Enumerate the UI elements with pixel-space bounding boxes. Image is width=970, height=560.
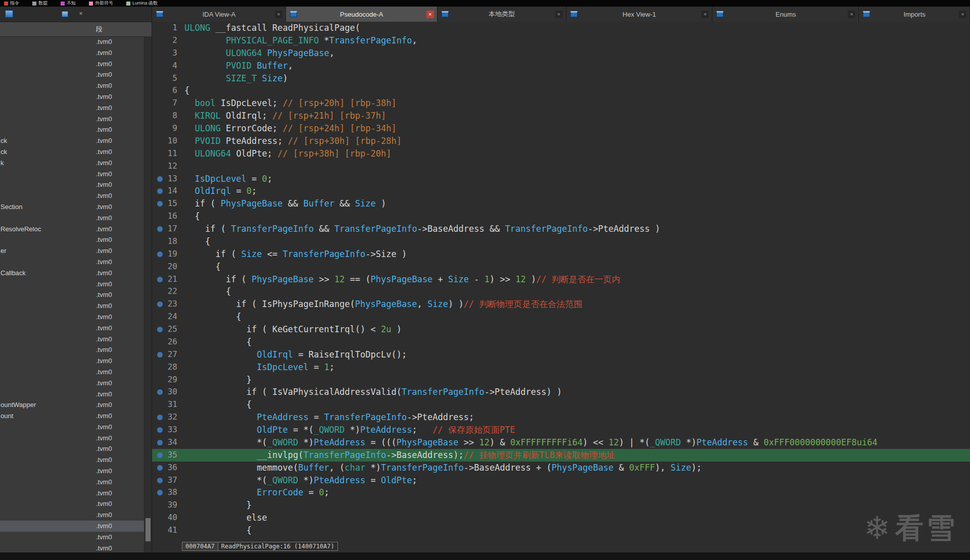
tab-本地类型[interactable]: 本地类型× xyxy=(438,7,566,22)
function-row[interactable]: .tvm0 xyxy=(0,532,144,543)
code-line[interactable]: 2 PHYSICAL_PAGE_INFO *TransferPageInfo, xyxy=(152,34,970,47)
tab-Hex View-1[interactable]: Hex View-1× xyxy=(566,7,713,22)
tab-close-icon[interactable]: × xyxy=(275,11,282,18)
tab-close-icon[interactable]: × xyxy=(959,11,966,18)
function-row[interactable]: .tvm0 xyxy=(0,124,144,135)
code-line[interactable]: 3 ULONG64 PhysPageBase, xyxy=(152,47,970,60)
code-line[interactable]: 12 xyxy=(152,160,970,173)
code-line[interactable]: 20 { xyxy=(152,261,970,273)
function-row[interactable]: .tvm0 xyxy=(0,169,144,180)
function-row[interactable]: .tvm0 xyxy=(0,498,144,510)
pseudocode-view[interactable]: 1ULONG __fastcall ReadPhysicalPage(2 PHY… xyxy=(152,22,970,552)
code-line[interactable]: 27 OldIrql = RaiseIrqlToDpcLv(); xyxy=(152,348,970,361)
function-row[interactable]: k.tvm0 xyxy=(0,158,144,169)
function-row[interactable]: er.tvm0 xyxy=(0,245,144,257)
function-row[interactable]: .tvm0 xyxy=(0,443,144,454)
code-line[interactable]: 9 ULONG ErrorCode; // [rsp+24h] [rbp-34h… xyxy=(152,122,970,135)
code-line[interactable]: 25 if ( KeGetCurrentIrql() < 2u ) xyxy=(152,323,970,336)
function-row[interactable]: .tvm0 xyxy=(0,355,144,367)
code-line[interactable]: 34 *(_QWORD *)PteAddress = (((PhysPageBa… xyxy=(152,436,970,449)
code-line[interactable]: 39 } xyxy=(152,499,970,512)
code-line[interactable]: 4 PVOID Buffer, xyxy=(152,60,970,72)
function-row[interactable]: Callback.tvm0 xyxy=(0,268,144,279)
code-line[interactable]: 16 { xyxy=(152,210,970,223)
function-row[interactable]: .tvm0 xyxy=(0,300,144,312)
code-line[interactable]: 26 { xyxy=(152,336,970,348)
tab-Enums[interactable]: Enums× xyxy=(712,7,859,22)
function-row[interactable]: .tvm0 xyxy=(0,510,144,521)
function-row[interactable]: .tvm0 xyxy=(0,389,144,400)
function-row[interactable]: .tvm0 xyxy=(0,477,144,488)
function-row[interactable]: .tvm0 xyxy=(0,234,144,245)
function-row[interactable]: ResolveReloc.tvm0 xyxy=(0,224,144,235)
scrollbar-thumb[interactable] xyxy=(146,518,151,541)
tab-close-icon[interactable]: × xyxy=(426,11,434,18)
function-row[interactable]: .tvm0 xyxy=(0,488,144,499)
code-line[interactable]: 13 IsDpcLevel = 0; xyxy=(152,173,970,185)
function-row[interactable]: .tvm0 xyxy=(0,114,144,125)
code-line[interactable]: 5 SIZE_T Size) xyxy=(152,72,970,85)
function-row[interactable]: ount.tvm0 xyxy=(0,411,144,422)
tab-Imports[interactable]: Imports× xyxy=(859,7,970,22)
function-row[interactable]: .tvm0 xyxy=(0,466,144,477)
code-line[interactable]: 11 ULONG64 OldPte; // [rsp+38h] [rbp-20h… xyxy=(152,147,970,160)
code-line[interactable]: 8 KIRQL OldIrql; // [rsp+21h] [rbp-37h] xyxy=(152,110,970,122)
code-line[interactable]: 36 memmove(Buffer, (char *)TransferPageI… xyxy=(152,462,970,474)
function-row[interactable]: .tvm0 xyxy=(0,323,144,334)
function-row[interactable]: .tvm0 xyxy=(0,190,144,201)
code-line[interactable]: 15 if ( PhysPageBase && Buffer && Size ) xyxy=(152,197,970,210)
function-row[interactable]: .tvm0 xyxy=(0,103,144,114)
code-line[interactable]: 24 { xyxy=(152,311,970,323)
code-line[interactable]: 37 *(_QWORD *)PteAddress = OldPte; xyxy=(152,474,970,487)
code-line[interactable]: 41 { xyxy=(152,524,970,537)
function-row[interactable]: .tvm0 xyxy=(0,80,144,91)
code-line[interactable]: 10 PVOID PteAddress; // [rsp+30h] [rbp-2… xyxy=(152,135,970,147)
code-line[interactable]: 32 PteAddress = TransferPageInfo->PteAdd… xyxy=(152,411,970,424)
function-row[interactable]: ck.tvm0 xyxy=(0,135,144,146)
function-row[interactable]: .tvm0 xyxy=(0,367,144,378)
panel-close-icon[interactable]: × xyxy=(77,10,85,18)
function-row[interactable]: ck.tvm0 xyxy=(0,146,144,158)
code-line[interactable]: 14 OldIrql = 0; xyxy=(152,185,970,197)
function-row[interactable]: .tvm0 xyxy=(0,344,144,355)
code-line[interactable]: 29 } xyxy=(152,374,970,386)
function-row[interactable]: .tvm0 xyxy=(0,69,144,80)
code-line[interactable]: 23 if ( IsPhysPageInRange(PhysPageBase, … xyxy=(152,298,970,311)
function-row[interactable]: .tvm0 xyxy=(0,543,144,552)
code-line[interactable]: 28 IsDpcLevel = 1; xyxy=(152,361,970,374)
function-row[interactable]: .tvm0 xyxy=(0,422,144,433)
code-line[interactable]: 21 if ( PhysPageBase >> 12 == (PhysPageB… xyxy=(152,273,970,286)
function-row[interactable]: .tvm0 xyxy=(0,47,144,59)
code-line[interactable]: 38 ErrorCode = 0; xyxy=(152,486,970,499)
code-line[interactable]: 30 if ( IsVaPhysicalAddressValid(Transfe… xyxy=(152,386,970,398)
function-row[interactable]: .tvm0 xyxy=(0,257,144,268)
code-line[interactable]: 17 if ( TransferPageInfo && TransferPage… xyxy=(152,223,970,235)
code-line[interactable]: 33 OldPte = *(_QWORD *)PteAddress; // 保存… xyxy=(152,424,970,436)
code-line[interactable]: 22 { xyxy=(152,285,970,298)
code-line[interactable]: 1ULONG __fastcall ReadPhysicalPage( xyxy=(152,22,970,34)
function-row[interactable]: .tvm0 xyxy=(0,334,144,345)
tab-IDA View-A[interactable]: IDA View-A× xyxy=(152,7,286,22)
tab-close-icon[interactable]: × xyxy=(555,11,563,18)
code-line[interactable]: 35 __invlpg(TransferPageInfo->BaseAddres… xyxy=(152,449,970,462)
function-row[interactable]: .tvm0 xyxy=(0,213,144,224)
tab-Pseudocode-A[interactable]: Pseudocode-A× xyxy=(286,7,438,22)
tab-close-icon[interactable]: × xyxy=(848,11,855,18)
code-line[interactable]: 40 else xyxy=(152,512,970,524)
function-row[interactable]: .tvm0 xyxy=(0,91,144,103)
function-row[interactable]: .tvm0 xyxy=(0,378,144,389)
code-line[interactable]: 18 { xyxy=(152,235,970,248)
code-line[interactable]: 19 if ( Size <= TransferPageInfo->Size ) xyxy=(152,248,970,261)
panel-dock-icon[interactable] xyxy=(62,11,68,17)
function-row[interactable]: .tvm0 xyxy=(0,36,144,47)
function-row[interactable]: .tvm0 xyxy=(0,279,144,290)
function-row[interactable]: .tvm0 xyxy=(0,312,144,323)
functions-scrollbar[interactable] xyxy=(144,36,152,552)
function-row[interactable]: .tvm0 xyxy=(0,289,144,300)
code-line[interactable]: 6{ xyxy=(152,84,970,97)
function-row[interactable]: ountWapper.tvm0 xyxy=(0,399,144,411)
function-row[interactable]: .tvm0 xyxy=(0,521,144,532)
function-row[interactable]: .tvm0 xyxy=(0,59,144,70)
function-row[interactable]: .tvm0 xyxy=(0,433,144,444)
function-row[interactable]: Section.tvm0 xyxy=(0,201,144,213)
